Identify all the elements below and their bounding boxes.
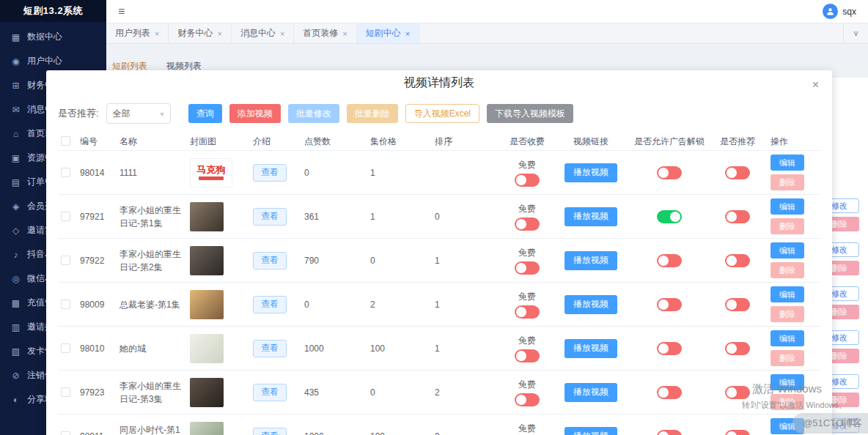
tab-item[interactable]: 用户列表× bbox=[106, 23, 169, 43]
ad-unlock-toggle[interactable] bbox=[657, 430, 682, 435]
close-icon[interactable]: × bbox=[812, 79, 819, 91]
row-checkbox[interactable] bbox=[61, 387, 70, 397]
view-button[interactable]: 查看 bbox=[253, 164, 287, 182]
recommend-toggle[interactable] bbox=[725, 210, 750, 223]
edit-button[interactable]: 编辑 bbox=[770, 198, 804, 215]
fee-label: 免费 bbox=[518, 422, 536, 435]
tab-item[interactable]: 短剧中心× bbox=[357, 23, 419, 43]
recommend-toggle[interactable] bbox=[725, 342, 750, 355]
cell-fee: 免费 bbox=[499, 422, 555, 435]
row-checkbox[interactable] bbox=[61, 431, 70, 435]
tab-list-caret-icon[interactable]: ∨ bbox=[843, 23, 868, 43]
header-checkbox-cell bbox=[58, 136, 77, 146]
cell-actions: 编辑删除 bbox=[763, 198, 820, 234]
edit-button[interactable]: 编辑 bbox=[770, 242, 804, 259]
view-button[interactable]: 查看 bbox=[253, 252, 287, 269]
ad-unlock-toggle[interactable] bbox=[657, 166, 682, 179]
fee-toggle[interactable] bbox=[515, 261, 540, 275]
view-button[interactable]: 查看 bbox=[253, 208, 287, 226]
edit-button[interactable]: 编辑 bbox=[770, 286, 804, 302]
batch-edit-button[interactable]: 批量修改 bbox=[288, 104, 339, 123]
cell-id: 97921 bbox=[77, 210, 114, 223]
close-tab-icon[interactable]: × bbox=[405, 29, 410, 38]
edit-button[interactable]: 编辑 bbox=[770, 330, 804, 346]
checkbox-cell bbox=[58, 168, 77, 177]
play-video-button[interactable]: 播放视频 bbox=[564, 207, 617, 226]
view-button[interactable]: 查看 bbox=[253, 384, 287, 401]
fee-toggle[interactable] bbox=[515, 218, 540, 231]
delete-button[interactable]: 删除 bbox=[770, 350, 804, 366]
delete-button[interactable]: 删除 bbox=[770, 306, 804, 322]
play-video-button[interactable]: 播放视频 bbox=[564, 295, 617, 314]
play-video-button[interactable]: 播放视频 bbox=[564, 383, 617, 402]
douyin-icon: ♪ bbox=[11, 250, 21, 260]
ad-unlock-toggle[interactable] bbox=[657, 210, 682, 223]
fee-toggle[interactable] bbox=[515, 393, 540, 406]
batch-delete-button[interactable]: 批量删除 bbox=[347, 104, 398, 123]
select-all-checkbox[interactable] bbox=[61, 136, 70, 146]
play-video-button[interactable]: 播放视频 bbox=[564, 251, 617, 270]
cell-fee: 免费 bbox=[499, 290, 555, 319]
ad-unlock-toggle[interactable] bbox=[657, 386, 682, 399]
checkbox-cell bbox=[58, 300, 77, 309]
column-header: 是否推荐 bbox=[712, 135, 763, 148]
view-button[interactable]: 查看 bbox=[253, 340, 287, 357]
recommend-toggle[interactable] bbox=[725, 166, 750, 179]
row-checkbox[interactable] bbox=[61, 212, 70, 221]
ad-unlock-toggle[interactable] bbox=[657, 298, 682, 311]
cover-image bbox=[190, 334, 224, 363]
search-button[interactable]: 查询 bbox=[188, 104, 222, 123]
download-template-button[interactable]: 下载导入视频模板 bbox=[487, 104, 573, 123]
cell-sort: 2 bbox=[423, 386, 499, 399]
play-video-button[interactable]: 播放视频 bbox=[564, 339, 617, 358]
view-button[interactable]: 查看 bbox=[253, 428, 287, 435]
close-tab-icon[interactable]: × bbox=[280, 29, 284, 38]
message-icon: ✉ bbox=[11, 105, 21, 115]
add-video-button[interactable]: 添加视频 bbox=[229, 104, 281, 123]
cell-ad-unlock bbox=[627, 298, 712, 311]
cell-actions: 编辑删除 bbox=[763, 242, 820, 278]
table-header: 编号名称封面图介绍点赞数集价格排序是否收费视频链接是否允许广告解锁是否推荐操作 bbox=[58, 132, 820, 151]
ad-unlock-toggle[interactable] bbox=[657, 254, 682, 267]
delete-button[interactable]: 删除 bbox=[770, 218, 804, 234]
recommend-filter-select[interactable]: 全部 ▾ bbox=[106, 103, 171, 124]
play-video-button[interactable]: 播放视频 bbox=[564, 427, 617, 435]
row-checkbox[interactable] bbox=[61, 256, 70, 265]
sidebar-item-label: 数据中心 bbox=[27, 31, 62, 43]
row-checkbox[interactable] bbox=[61, 168, 70, 177]
tabbar: 用户列表×财务中心×消息中心×首页装修×短剧中心×∨ bbox=[106, 23, 868, 44]
tab-item[interactable]: 财务中心× bbox=[169, 23, 231, 43]
cell-likes: 1000 bbox=[293, 342, 358, 355]
cell-likes: 0 bbox=[293, 298, 358, 311]
menu-toggle-icon[interactable]: ≡ bbox=[118, 6, 125, 18]
edit-button[interactable]: 编辑 bbox=[770, 155, 804, 171]
sidebar-item[interactable]: ▦数据中心 bbox=[0, 25, 106, 49]
recommend-toggle[interactable] bbox=[725, 386, 750, 399]
cell-id: 98014 bbox=[77, 166, 114, 179]
close-tab-icon[interactable]: × bbox=[217, 29, 221, 38]
ad-unlock-toggle[interactable] bbox=[657, 342, 682, 355]
tab-item[interactable]: 首页装修× bbox=[294, 23, 356, 43]
user-menu[interactable]: sqx bbox=[823, 4, 856, 19]
cell-sort: 1 bbox=[423, 342, 499, 355]
fee-toggle[interactable] bbox=[515, 305, 540, 319]
cell-likes: 435 bbox=[293, 386, 358, 399]
row-checkbox[interactable] bbox=[61, 343, 70, 353]
recommend-toggle[interactable] bbox=[725, 298, 750, 311]
play-video-button[interactable]: 播放视频 bbox=[564, 163, 617, 182]
view-button[interactable]: 查看 bbox=[253, 296, 287, 313]
fee-toggle[interactable] bbox=[515, 174, 540, 187]
row-checkbox[interactable] bbox=[61, 300, 70, 309]
close-tab-icon[interactable]: × bbox=[155, 29, 159, 38]
delete-button[interactable]: 删除 bbox=[770, 262, 804, 278]
import-excel-button[interactable]: 导入视频Excel bbox=[405, 104, 479, 123]
fee-toggle[interactable] bbox=[515, 349, 540, 362]
close-tab-icon[interactable]: × bbox=[342, 29, 347, 38]
tab-item[interactable]: 消息中心× bbox=[232, 23, 294, 43]
cell-recommend bbox=[712, 210, 763, 223]
cover-image bbox=[190, 378, 224, 407]
cell-price: 2 bbox=[358, 298, 423, 311]
recommend-toggle[interactable] bbox=[725, 430, 750, 435]
recommend-toggle[interactable] bbox=[725, 254, 750, 267]
delete-button[interactable]: 删除 bbox=[770, 174, 804, 190]
